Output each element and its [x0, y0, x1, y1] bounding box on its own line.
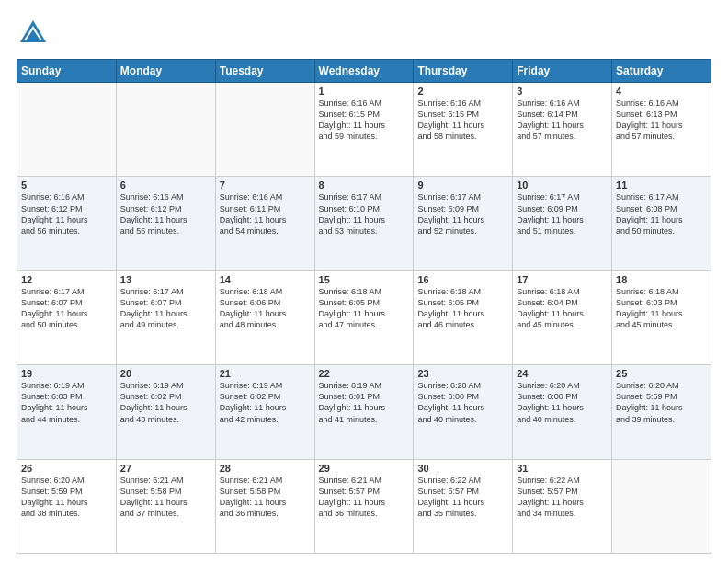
day-header-tuesday: Tuesday — [215, 60, 314, 83]
day-number: 10 — [517, 179, 608, 190]
calendar-cell: 20Sunrise: 6:19 AM Sunset: 6:02 PM Dayli… — [116, 365, 215, 459]
day-info: Sunrise: 6:18 AM Sunset: 6:06 PM Dayligh… — [220, 286, 311, 331]
day-info: Sunrise: 6:20 AM Sunset: 6:00 PM Dayligh… — [517, 380, 608, 425]
day-number: 1 — [319, 86, 410, 97]
day-number: 11 — [616, 179, 707, 190]
calendar-cell — [612, 459, 711, 553]
day-number: 28 — [220, 463, 311, 474]
day-info: Sunrise: 6:17 AM Sunset: 6:08 PM Dayligh… — [616, 191, 707, 236]
day-info: Sunrise: 6:16 AM Sunset: 6:11 PM Dayligh… — [220, 191, 311, 236]
calendar-cell: 11Sunrise: 6:17 AM Sunset: 6:08 PM Dayli… — [612, 177, 711, 270]
day-number: 12 — [21, 274, 112, 285]
calendar-cell: 14Sunrise: 6:18 AM Sunset: 6:06 PM Dayli… — [215, 270, 314, 364]
day-header-wednesday: Wednesday — [314, 60, 414, 83]
day-number: 22 — [319, 368, 410, 379]
day-header-friday: Friday — [513, 60, 612, 83]
calendar-cell: 16Sunrise: 6:18 AM Sunset: 6:05 PM Dayli… — [414, 270, 513, 364]
day-header-saturday: Saturday — [612, 60, 711, 83]
day-info: Sunrise: 6:16 AM Sunset: 6:14 PM Dayligh… — [517, 98, 608, 143]
header — [17, 17, 711, 53]
calendar-cell: 19Sunrise: 6:19 AM Sunset: 6:03 PM Dayli… — [17, 365, 117, 459]
day-info: Sunrise: 6:18 AM Sunset: 6:05 PM Dayligh… — [319, 286, 410, 331]
day-number: 3 — [517, 86, 608, 97]
calendar-cell: 7Sunrise: 6:16 AM Sunset: 6:11 PM Daylig… — [215, 177, 314, 270]
day-info: Sunrise: 6:19 AM Sunset: 6:02 PM Dayligh… — [220, 380, 311, 425]
calendar-cell: 23Sunrise: 6:20 AM Sunset: 6:00 PM Dayli… — [414, 365, 513, 459]
calendar-week-2: 5Sunrise: 6:16 AM Sunset: 6:12 PM Daylig… — [17, 177, 711, 270]
calendar-cell: 21Sunrise: 6:19 AM Sunset: 6:02 PM Dayli… — [215, 365, 314, 459]
day-number: 6 — [120, 179, 211, 190]
calendar-cell: 9Sunrise: 6:17 AM Sunset: 6:09 PM Daylig… — [414, 177, 513, 270]
day-number: 4 — [616, 86, 707, 97]
calendar-cell: 27Sunrise: 6:21 AM Sunset: 5:58 PM Dayli… — [116, 459, 215, 553]
day-header-sunday: Sunday — [17, 60, 117, 83]
calendar-cell: 4Sunrise: 6:16 AM Sunset: 6:13 PM Daylig… — [612, 83, 711, 177]
calendar-week-5: 26Sunrise: 6:20 AM Sunset: 5:59 PM Dayli… — [17, 459, 711, 553]
day-info: Sunrise: 6:20 AM Sunset: 5:59 PM Dayligh… — [21, 475, 112, 520]
day-header-monday: Monday — [116, 60, 215, 83]
day-info: Sunrise: 6:16 AM Sunset: 6:12 PM Dayligh… — [120, 191, 211, 236]
day-number: 8 — [319, 179, 410, 190]
calendar-cell — [17, 83, 117, 177]
day-number: 15 — [319, 274, 410, 285]
day-number: 17 — [517, 274, 608, 285]
day-number: 13 — [120, 274, 211, 285]
day-number: 26 — [21, 463, 112, 474]
calendar-cell: 28Sunrise: 6:21 AM Sunset: 5:58 PM Dayli… — [215, 459, 314, 553]
calendar-cell: 31Sunrise: 6:22 AM Sunset: 5:57 PM Dayli… — [513, 459, 612, 553]
logo-icon — [17, 17, 50, 53]
day-info: Sunrise: 6:21 AM Sunset: 5:57 PM Dayligh… — [319, 475, 410, 520]
calendar-cell: 6Sunrise: 6:16 AM Sunset: 6:12 PM Daylig… — [116, 177, 215, 270]
day-info: Sunrise: 6:16 AM Sunset: 6:15 PM Dayligh… — [319, 98, 410, 143]
day-info: Sunrise: 6:20 AM Sunset: 5:59 PM Dayligh… — [616, 380, 707, 425]
calendar-cell: 17Sunrise: 6:18 AM Sunset: 6:04 PM Dayli… — [513, 270, 612, 364]
day-info: Sunrise: 6:21 AM Sunset: 5:58 PM Dayligh… — [120, 475, 211, 520]
logo — [17, 17, 53, 53]
day-info: Sunrise: 6:20 AM Sunset: 6:00 PM Dayligh… — [417, 380, 508, 425]
page: SundayMondayTuesdayWednesdayThursdayFrid… — [0, 0, 728, 563]
day-number: 29 — [319, 463, 410, 474]
day-number: 21 — [220, 368, 311, 379]
day-number: 14 — [220, 274, 311, 285]
calendar-cell: 13Sunrise: 6:17 AM Sunset: 6:07 PM Dayli… — [116, 270, 215, 364]
calendar-cell: 2Sunrise: 6:16 AM Sunset: 6:15 PM Daylig… — [414, 83, 513, 177]
calendar-week-3: 12Sunrise: 6:17 AM Sunset: 6:07 PM Dayli… — [17, 270, 711, 364]
day-number: 5 — [21, 179, 112, 190]
day-number: 2 — [417, 86, 508, 97]
calendar-cell — [215, 83, 314, 177]
day-header-thursday: Thursday — [414, 60, 513, 83]
day-info: Sunrise: 6:22 AM Sunset: 5:57 PM Dayligh… — [517, 475, 608, 520]
day-info: Sunrise: 6:19 AM Sunset: 6:01 PM Dayligh… — [319, 380, 410, 425]
day-number: 16 — [417, 274, 508, 285]
day-info: Sunrise: 6:19 AM Sunset: 6:02 PM Dayligh… — [120, 380, 211, 425]
day-info: Sunrise: 6:22 AM Sunset: 5:57 PM Dayligh… — [417, 475, 508, 520]
calendar-cell: 3Sunrise: 6:16 AM Sunset: 6:14 PM Daylig… — [513, 83, 612, 177]
calendar-cell: 8Sunrise: 6:17 AM Sunset: 6:10 PM Daylig… — [314, 177, 414, 270]
calendar-cell: 1Sunrise: 6:16 AM Sunset: 6:15 PM Daylig… — [314, 83, 414, 177]
calendar-cell: 12Sunrise: 6:17 AM Sunset: 6:07 PM Dayli… — [17, 270, 117, 364]
day-info: Sunrise: 6:18 AM Sunset: 6:04 PM Dayligh… — [517, 286, 608, 331]
calendar-table: SundayMondayTuesdayWednesdayThursdayFrid… — [17, 59, 711, 554]
day-number: 31 — [517, 463, 608, 474]
calendar-week-1: 1Sunrise: 6:16 AM Sunset: 6:15 PM Daylig… — [17, 83, 711, 177]
day-info: Sunrise: 6:17 AM Sunset: 6:07 PM Dayligh… — [120, 286, 211, 331]
day-number: 7 — [220, 179, 311, 190]
calendar-cell: 5Sunrise: 6:16 AM Sunset: 6:12 PM Daylig… — [17, 177, 117, 270]
calendar-cell: 10Sunrise: 6:17 AM Sunset: 6:09 PM Dayli… — [513, 177, 612, 270]
day-number: 9 — [417, 179, 508, 190]
calendar-cell: 26Sunrise: 6:20 AM Sunset: 5:59 PM Dayli… — [17, 459, 117, 553]
day-number: 18 — [616, 274, 707, 285]
day-number: 19 — [21, 368, 112, 379]
calendar-cell: 24Sunrise: 6:20 AM Sunset: 6:00 PM Dayli… — [513, 365, 612, 459]
day-info: Sunrise: 6:16 AM Sunset: 6:15 PM Dayligh… — [417, 98, 508, 143]
day-info: Sunrise: 6:16 AM Sunset: 6:12 PM Dayligh… — [21, 191, 112, 236]
calendar-cell — [116, 83, 215, 177]
calendar-cell: 25Sunrise: 6:20 AM Sunset: 5:59 PM Dayli… — [612, 365, 711, 459]
calendar-cell: 22Sunrise: 6:19 AM Sunset: 6:01 PM Dayli… — [314, 365, 414, 459]
day-info: Sunrise: 6:16 AM Sunset: 6:13 PM Dayligh… — [616, 98, 707, 143]
calendar-header-row: SundayMondayTuesdayWednesdayThursdayFrid… — [17, 60, 711, 83]
calendar-week-4: 19Sunrise: 6:19 AM Sunset: 6:03 PM Dayli… — [17, 365, 711, 459]
day-info: Sunrise: 6:18 AM Sunset: 6:05 PM Dayligh… — [417, 286, 508, 331]
day-number: 23 — [417, 368, 508, 379]
day-number: 24 — [517, 368, 608, 379]
